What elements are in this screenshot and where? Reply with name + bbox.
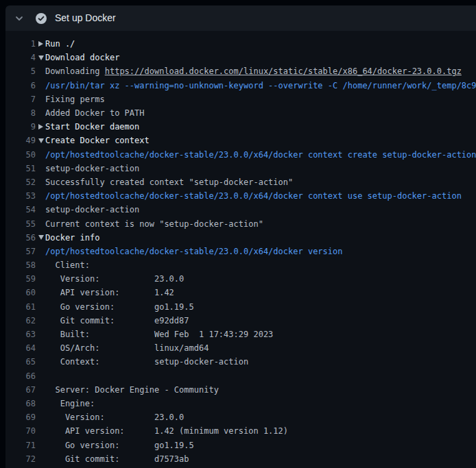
line-number[interactable]: 60 xyxy=(5,288,36,297)
line-number[interactable]: 69 xyxy=(5,412,36,422)
log-row: 54setup-docker-action xyxy=(5,203,476,217)
step-title: Set up Docker xyxy=(55,5,116,31)
line-number[interactable]: 4 xyxy=(5,53,36,62)
log-row: 6/usr/bin/tar xz --warning=no-unknown-ke… xyxy=(5,79,476,93)
log-row: 70 API version: 1.42 (minimum version 1.… xyxy=(5,424,476,438)
log-row: 58 Client: xyxy=(5,258,476,272)
line-number[interactable]: 62 xyxy=(5,316,36,325)
log-group-row[interactable]: 9Start Docker daemon xyxy=(5,120,476,134)
line-number[interactable]: 71 xyxy=(5,441,36,450)
log-text: Version: 23.0.0 xyxy=(45,274,184,284)
log-text: API version: 1.42 xyxy=(45,288,174,297)
log-row: 65 Context: setup-docker-action xyxy=(5,355,476,369)
triangle-down-icon[interactable] xyxy=(38,235,45,240)
group-title: Download docker xyxy=(45,53,119,62)
log-row: 52Successfully created context "setup-do… xyxy=(5,175,476,189)
line-number[interactable]: 67 xyxy=(5,385,36,395)
log-text: API version: 1.42 (minimum version 1.12) xyxy=(45,426,288,436)
line-number[interactable]: 58 xyxy=(5,260,36,270)
log-row: 61 Go version: go1.19.5 xyxy=(5,300,476,314)
line-number[interactable]: 9 xyxy=(5,122,36,132)
log-row: 55Current context is now "setup-docker-a… xyxy=(5,217,476,230)
log-row: 8Added Docker to PATH xyxy=(5,106,476,120)
line-number[interactable]: 52 xyxy=(5,177,36,187)
log-row: 72 Git commit: d7573ab xyxy=(5,452,476,466)
log-text: Client: xyxy=(45,260,90,270)
group-title: Run ./ xyxy=(45,39,75,49)
log-row: 5Downloading https://download.docker.com… xyxy=(5,64,476,78)
triangle-right-icon[interactable] xyxy=(38,41,45,47)
log-text: setup-docker-action xyxy=(45,205,139,214)
line-number[interactable]: 70 xyxy=(5,426,36,436)
log-text: Successfully created context "setup-dock… xyxy=(45,177,293,187)
line-number[interactable]: 1 xyxy=(5,39,36,49)
log-row: 50/opt/hostedtoolcache/docker-stable/23.… xyxy=(5,148,476,162)
log-group-row[interactable]: 4Download docker xyxy=(5,51,476,64)
log-row: 7Fixing perms xyxy=(5,93,476,106)
line-number[interactable]: 72 xyxy=(5,454,36,464)
log-text: Context: setup-docker-action xyxy=(45,357,248,367)
log-row: 69 Version: 23.0.0 xyxy=(5,410,476,424)
log-row: 51setup-docker-action xyxy=(5,162,476,175)
log-text: Added Docker to PATH xyxy=(45,108,145,118)
line-number[interactable]: 64 xyxy=(5,343,36,353)
log-text: Git commit: e92dd87 xyxy=(45,316,189,325)
log-row: 63 Built: Wed Feb 1 17:43:29 2023 xyxy=(5,328,476,341)
group-title: Start Docker daemon xyxy=(45,122,139,132)
log-row: 59 Version: 23.0.0 xyxy=(5,272,476,286)
log-group-row[interactable]: 56Docker info xyxy=(5,231,476,245)
log-text: OS/Arch: linux/amd64 xyxy=(45,343,209,353)
line-number[interactable]: 57 xyxy=(5,247,36,256)
line-number[interactable]: 50 xyxy=(5,150,36,160)
step-log-panel: Set up Docker 1Run ./4Download docker5Do… xyxy=(5,5,476,468)
log-link[interactable]: https://download.docker.com/linux/static… xyxy=(105,66,462,76)
log-row: 53/opt/hostedtoolcache/docker-stable/23.… xyxy=(5,189,476,203)
line-number[interactable]: 65 xyxy=(5,357,36,367)
log-text: Git commit: d7573ab xyxy=(45,454,189,464)
log-text: Go version: go1.19.5 xyxy=(45,441,194,450)
line-number[interactable]: 6 xyxy=(5,81,36,90)
log-command-text: /opt/hostedtoolcache/docker-stable/23.0.… xyxy=(45,150,476,160)
line-number[interactable]: 51 xyxy=(5,164,36,173)
triangle-down-icon[interactable] xyxy=(38,56,45,60)
line-number[interactable]: 68 xyxy=(5,399,36,408)
log-row: 71 Go version: go1.19.5 xyxy=(5,438,476,452)
line-number[interactable]: 59 xyxy=(5,274,36,284)
line-number[interactable]: 55 xyxy=(5,219,36,229)
log-text: Built: Wed Feb 1 17:43:29 2023 xyxy=(45,330,273,339)
chevron-down-icon[interactable] xyxy=(15,14,23,23)
log-text: Current context is now "setup-docker-act… xyxy=(45,219,263,229)
group-title: Docker info xyxy=(45,233,99,243)
log-text: Server: Docker Engine - Community xyxy=(45,385,219,395)
log-row: 67 Server: Docker Engine - Community xyxy=(5,383,476,397)
triangle-down-icon[interactable] xyxy=(38,138,45,143)
line-number[interactable]: 49 xyxy=(5,136,36,145)
log-text: Version: 23.0.0 xyxy=(45,412,184,422)
line-number[interactable]: 7 xyxy=(5,95,36,104)
line-number[interactable]: 63 xyxy=(5,330,36,339)
log-group-row[interactable]: 49Create Docker context xyxy=(5,134,476,147)
log-command-text: /usr/bin/tar xz --warning=no-unknown-key… xyxy=(45,81,476,90)
line-number[interactable]: 56 xyxy=(5,233,36,243)
log-lines: 1Run ./4Download docker5Downloading http… xyxy=(5,31,476,468)
line-number[interactable]: 66 xyxy=(5,371,36,381)
line-number[interactable]: 8 xyxy=(5,108,36,118)
log-command-text: /opt/hostedtoolcache/docker-stable/23.0.… xyxy=(45,247,342,256)
line-number[interactable]: 53 xyxy=(5,191,36,201)
log-row: 62 Git commit: e92dd87 xyxy=(5,314,476,328)
step-header[interactable]: Set up Docker xyxy=(5,5,476,31)
log-text: Fixing perms xyxy=(45,95,105,104)
log-text: Engine: xyxy=(45,399,95,408)
log-text: Downloading https://download.docker.com/… xyxy=(45,66,462,76)
log-command-text: /opt/hostedtoolcache/docker-stable/23.0.… xyxy=(45,191,462,201)
triangle-right-icon[interactable] xyxy=(38,124,45,130)
line-number[interactable]: 61 xyxy=(5,302,36,312)
line-number[interactable]: 5 xyxy=(5,66,36,76)
log-row: 66 xyxy=(5,369,476,383)
log-row: 68 Engine: xyxy=(5,397,476,410)
log-group-row[interactable]: 1Run ./ xyxy=(5,37,476,51)
line-number[interactable]: 54 xyxy=(5,205,36,214)
log-row: 64 OS/Arch: linux/amd64 xyxy=(5,341,476,355)
log-text: Go version: go1.19.5 xyxy=(45,302,194,312)
check-circle-icon xyxy=(36,13,47,24)
